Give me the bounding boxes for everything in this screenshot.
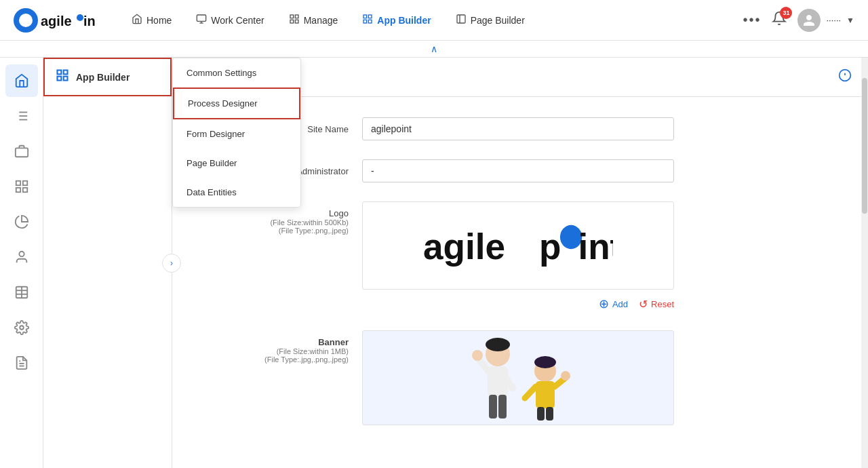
user-name: ······ <box>826 15 841 25</box>
avatar <box>797 9 821 32</box>
pagebuilder-icon <box>456 14 467 27</box>
app-builder-panel: App Builder › Common Settings Process De… <box>43 58 172 468</box>
app-builder-btn-icon <box>56 69 69 85</box>
dropdown-process-designer[interactable]: Process Designer <box>173 87 300 119</box>
banner-row: Banner (File Size:within 1MB) (File Type… <box>199 330 841 425</box>
svg-rect-11 <box>295 20 298 23</box>
site-name-input[interactable]: agilepoint <box>362 117 674 140</box>
svg-rect-27 <box>16 188 20 192</box>
sidebar-item-table[interactable] <box>5 276 38 309</box>
administrator-input[interactable] <box>362 159 674 182</box>
svg-rect-9 <box>295 15 298 18</box>
logo-preview: agile p int ⊕ Add <box>362 201 674 311</box>
dropdown-data-entities[interactable]: Data Entities <box>173 178 300 207</box>
sidebar-item-list[interactable] <box>5 100 38 132</box>
info-icon[interactable] <box>838 69 852 85</box>
svg-text:int: int <box>578 227 613 267</box>
expand-panel-btn[interactable]: › <box>162 254 181 273</box>
scrollbar-thumb <box>862 78 867 214</box>
sidebar-item-briefcase[interactable] <box>5 135 38 168</box>
svg-rect-37 <box>58 71 62 75</box>
svg-rect-40 <box>64 77 68 81</box>
sidebar-item-chart[interactable] <box>5 206 38 238</box>
sidebar-item-grid[interactable] <box>5 170 38 203</box>
sidebar-item-doc[interactable] <box>5 347 38 379</box>
svg-point-1 <box>19 14 33 27</box>
svg-text:p: p <box>539 227 561 267</box>
nav-home-label: Home <box>146 15 172 26</box>
nav-appbuilder[interactable]: App Builder <box>353 8 440 33</box>
user-chevron-icon: ▼ <box>846 16 854 25</box>
svg-point-63 <box>534 356 556 368</box>
svg-rect-25 <box>16 181 20 185</box>
svg-text:int: int <box>83 14 95 28</box>
nav-workcenter-label: Work Center <box>211 15 264 26</box>
svg-point-29 <box>19 252 24 256</box>
nav-more-btn[interactable]: ••• <box>743 12 761 28</box>
svg-rect-15 <box>369 20 372 23</box>
nav-home[interactable]: Home <box>122 8 181 33</box>
logo-actions: ⊕ Add ↺ Reset <box>362 296 674 311</box>
app-builder-label: App Builder <box>76 72 130 83</box>
scrollbar-track[interactable] <box>861 58 868 468</box>
nav-workcenter[interactable]: Work Center <box>186 8 273 33</box>
monitor-icon <box>196 14 207 27</box>
svg-rect-54 <box>498 395 507 418</box>
nav-pagebuilder[interactable]: Page Builder <box>446 8 534 33</box>
logo-type-note: (File Type:.png,.jpeg) <box>199 227 349 235</box>
svg-rect-38 <box>64 71 68 75</box>
dropdown-common-settings[interactable]: Common Settings <box>173 58 300 87</box>
banner-size-note: (File Size:within 1MB) <box>199 347 349 355</box>
svg-rect-24 <box>15 148 27 157</box>
agilepoint-logo-svg: agile int <box>14 8 95 33</box>
nav-items: Home Work Center Manage App Builder Page… <box>122 8 743 33</box>
svg-rect-39 <box>58 77 62 81</box>
main-layout: App Builder › Common Settings Process De… <box>0 58 868 468</box>
logo-size-note: (File Size:within 500Kb) <box>199 218 349 227</box>
svg-rect-16 <box>457 15 465 23</box>
svg-rect-57 <box>536 381 555 408</box>
agilepoint-brand-logo: agile p int <box>423 218 613 273</box>
collapse-nav-btn[interactable]: ∧ <box>0 41 868 58</box>
collapse-arrow-icon: ∧ <box>431 43 437 54</box>
appbuilder-icon <box>362 14 373 27</box>
dropdown-form-designer[interactable]: Form Designer <box>173 119 300 149</box>
svg-line-58 <box>525 387 536 398</box>
home-nav-icon <box>132 14 142 27</box>
sidebar-item-user[interactable] <box>5 241 38 273</box>
svg-rect-12 <box>363 15 367 18</box>
nav-manage-label: Manage <box>304 15 338 26</box>
nav-appbuilder-label: App Builder <box>377 15 431 26</box>
svg-point-55 <box>486 338 510 351</box>
notification-bell[interactable]: 31 <box>772 11 787 29</box>
logo-row: Logo (File Size:within 500Kb) (File Type… <box>199 201 841 311</box>
logo-preview-box: agile p int <box>362 201 674 290</box>
banner-label: Banner (File Size:within 1MB) (File Type… <box>199 330 349 364</box>
reset-logo-btn[interactable]: ↺ Reset <box>639 296 674 311</box>
svg-text:agile: agile <box>41 14 72 28</box>
sidebar-item-home[interactable] <box>5 64 38 97</box>
dropdown-page-builder[interactable]: Page Builder <box>173 149 300 178</box>
user-menu[interactable]: ······ ▼ <box>797 9 854 32</box>
svg-rect-61 <box>537 407 545 421</box>
banner-illustration <box>450 334 586 422</box>
svg-point-51 <box>472 350 483 361</box>
svg-point-60 <box>561 371 570 381</box>
banner-type-note: (File Type:.jpg,.png,.jpeg) <box>199 355 349 364</box>
svg-rect-13 <box>369 15 372 18</box>
app-builder-button[interactable]: App Builder <box>43 58 172 96</box>
notification-count: 31 <box>780 7 792 19</box>
app-builder-dropdown: Common Settings Process Designer Form De… <box>172 58 301 208</box>
svg-rect-53 <box>489 395 497 418</box>
add-circle-icon: ⊕ <box>599 296 609 311</box>
svg-rect-26 <box>22 181 26 185</box>
expand-chevron-icon: › <box>170 258 173 268</box>
manage-icon <box>289 14 300 27</box>
sidebar-item-settings[interactable] <box>5 311 38 344</box>
nav-manage[interactable]: Manage <box>279 8 348 33</box>
svg-point-34 <box>20 326 24 330</box>
svg-rect-10 <box>290 20 294 23</box>
top-nav: agile int Home Work Center Manage <box>0 0 868 41</box>
add-logo-btn[interactable]: ⊕ Add <box>599 296 628 311</box>
svg-point-3 <box>77 14 83 21</box>
